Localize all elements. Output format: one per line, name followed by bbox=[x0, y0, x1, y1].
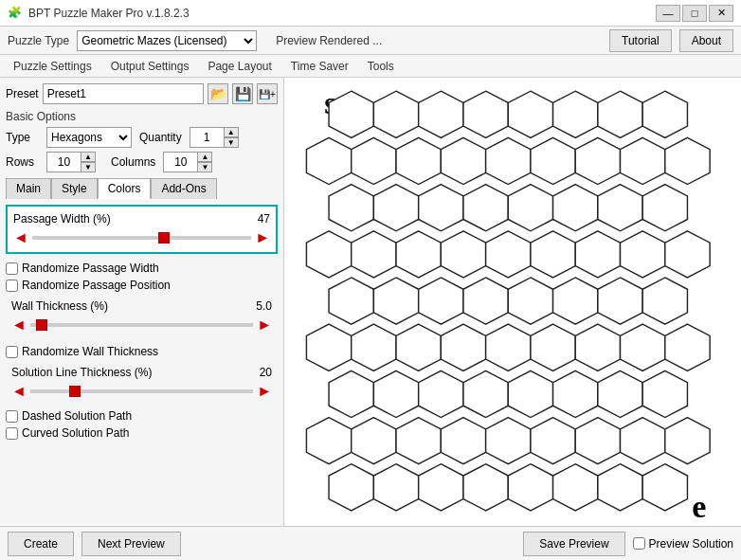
preview-status-text: Preview Rendered ... bbox=[276, 34, 602, 47]
menu-tools[interactable]: Tools bbox=[360, 58, 402, 75]
save-preset-button[interactable]: 💾 bbox=[232, 83, 253, 104]
hex-cell bbox=[306, 324, 351, 370]
tab-bar: Main Style Colors Add-Ons bbox=[6, 178, 278, 199]
tab-addons[interactable]: Add-Ons bbox=[151, 178, 216, 199]
randomize-passage-position-checkbox[interactable] bbox=[6, 280, 18, 292]
preview-solution-checkbox[interactable] bbox=[633, 537, 645, 550]
rows-up-button[interactable]: ▲ bbox=[81, 152, 96, 162]
hex-preview-svg: s e bbox=[284, 78, 741, 526]
quantity-down-button[interactable]: ▼ bbox=[224, 137, 239, 148]
hex-cell bbox=[396, 231, 441, 278]
hex-cell bbox=[598, 370, 642, 417]
puzzle-type-select[interactable]: Geometric Mazes (Licensed) bbox=[77, 30, 257, 51]
dashed-solution-row: Dashed Solution Path bbox=[6, 409, 278, 423]
app-icon: 🧩 bbox=[8, 6, 23, 21]
about-button[interactable]: About bbox=[679, 29, 733, 52]
hex-cell bbox=[553, 464, 598, 511]
solution-line-thumb[interactable] bbox=[69, 386, 81, 397]
next-preview-button[interactable]: Next Preview bbox=[81, 532, 181, 556]
tab-main[interactable]: Main bbox=[6, 178, 51, 199]
hex-cell bbox=[553, 185, 598, 231]
curved-solution-label: Curved Solution Path bbox=[22, 426, 129, 440]
quantity-spinner-buttons: ▲ ▼ bbox=[224, 127, 239, 148]
wall-thickness-track[interactable] bbox=[30, 323, 253, 327]
wall-thickness-left-arrow[interactable]: ◄ bbox=[11, 316, 27, 334]
hex-cell bbox=[508, 278, 552, 324]
tab-colors[interactable]: Colors bbox=[98, 178, 152, 199]
randomize-passage-width-checkbox[interactable] bbox=[6, 262, 18, 275]
hex-cell bbox=[621, 418, 665, 464]
hex-cell bbox=[575, 137, 620, 184]
hex-cell bbox=[441, 418, 485, 464]
hex-cell bbox=[665, 231, 710, 278]
hex-cell bbox=[486, 231, 531, 278]
create-button[interactable]: Create bbox=[8, 532, 74, 556]
quantity-input[interactable] bbox=[190, 127, 224, 148]
preset-input[interactable] bbox=[43, 83, 204, 104]
tab-style[interactable]: Style bbox=[51, 178, 98, 199]
hex-cell bbox=[665, 418, 710, 464]
passage-width-thumb[interactable] bbox=[158, 232, 170, 244]
type-select[interactable]: Hexagons bbox=[46, 127, 132, 148]
quantity-label: Quantity bbox=[139, 131, 182, 144]
hex-cell bbox=[531, 418, 575, 464]
puzzle-type-label: Puzzle Type bbox=[8, 34, 69, 47]
hex-cell bbox=[508, 464, 552, 511]
hex-cell bbox=[329, 185, 373, 231]
hex-cell bbox=[396, 418, 441, 464]
close-button[interactable]: ✕ bbox=[709, 5, 733, 22]
save-as-preset-button[interactable]: 💾+ bbox=[257, 83, 278, 104]
solution-line-left-arrow[interactable]: ◄ bbox=[11, 383, 27, 400]
dashed-solution-checkbox[interactable] bbox=[6, 410, 18, 423]
menu-puzzle-settings[interactable]: Puzzle Settings bbox=[6, 58, 99, 75]
hex-cell bbox=[441, 324, 485, 370]
hex-cell bbox=[352, 231, 396, 278]
quantity-up-button[interactable]: ▲ bbox=[224, 127, 239, 137]
hex-cell bbox=[621, 231, 665, 278]
toolbar: Puzzle Type Geometric Mazes (Licensed) P… bbox=[0, 27, 741, 55]
hex-cell bbox=[486, 324, 531, 370]
hex-cell bbox=[665, 137, 710, 184]
hex-cell bbox=[531, 137, 575, 184]
columns-input[interactable] bbox=[163, 152, 197, 172]
hex-cell bbox=[642, 91, 687, 137]
menu-time-saver[interactable]: Time Saver bbox=[283, 58, 356, 75]
wall-thickness-thumb[interactable] bbox=[36, 319, 47, 331]
hex-cell bbox=[486, 418, 531, 464]
solution-line-section: Solution Line Thickness (%) 20 ◄ ► bbox=[6, 362, 278, 404]
solution-line-right-arrow[interactable]: ► bbox=[257, 383, 272, 400]
window-controls: — □ ✕ bbox=[656, 5, 733, 22]
wall-thickness-right-arrow[interactable]: ► bbox=[257, 316, 272, 334]
hex-cell bbox=[486, 137, 531, 184]
rows-input[interactable] bbox=[46, 152, 81, 172]
menu-page-layout[interactable]: Page Layout bbox=[200, 58, 279, 75]
hex-cell bbox=[508, 370, 552, 417]
solution-line-track[interactable] bbox=[30, 389, 253, 393]
save-preview-button[interactable]: Save Preview bbox=[523, 532, 624, 556]
columns-down-button[interactable]: ▼ bbox=[197, 162, 212, 172]
rows-down-button[interactable]: ▼ bbox=[81, 162, 96, 172]
minimize-button[interactable]: — bbox=[656, 5, 680, 22]
hex-cell bbox=[575, 231, 620, 278]
hex-cell bbox=[575, 418, 620, 464]
hex-cell bbox=[463, 91, 508, 137]
tutorial-button[interactable]: Tutorial bbox=[609, 29, 672, 52]
open-preset-button[interactable]: 📂 bbox=[208, 83, 228, 104]
restore-button[interactable]: □ bbox=[682, 5, 707, 22]
hex-cell bbox=[531, 324, 575, 370]
passage-width-track[interactable] bbox=[32, 236, 251, 240]
hex-cell bbox=[419, 464, 463, 511]
preset-row: Preset 📂 💾 💾+ bbox=[6, 83, 278, 104]
passage-width-right-arrow[interactable]: ► bbox=[255, 229, 270, 246]
curved-solution-checkbox[interactable] bbox=[6, 427, 18, 440]
passage-width-left-arrow[interactable]: ◄ bbox=[13, 229, 28, 246]
menu-output-settings[interactable]: Output Settings bbox=[103, 58, 197, 75]
hex-cell bbox=[642, 464, 687, 511]
hex-cell bbox=[463, 278, 508, 324]
hex-cell bbox=[621, 137, 665, 184]
wall-thickness-header: Wall Thickness (%) 5.0 bbox=[11, 299, 272, 313]
randomize-wall-thickness-checkbox[interactable] bbox=[6, 346, 18, 358]
hex-cell bbox=[642, 185, 687, 231]
preview-panel: s e bbox=[284, 78, 741, 526]
columns-up-button[interactable]: ▲ bbox=[197, 152, 212, 162]
